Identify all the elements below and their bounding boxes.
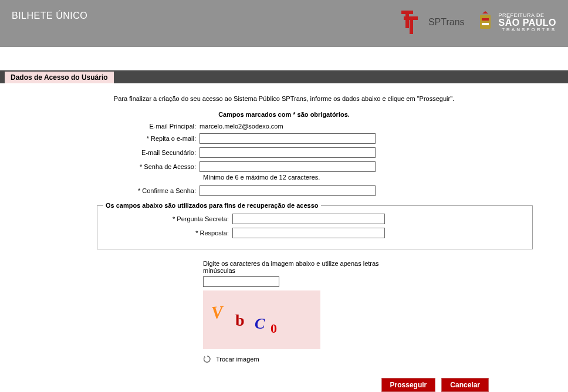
recovery-legend: Os campos abaixo são utilizados para fin… [103,202,321,209]
required-note: Campos marcados com * são obrigatórios. [0,111,568,118]
svg-rect-5 [482,18,489,21]
button-row: Prosseguir Cancelar [0,378,568,392]
senha-hint: Mínimo de 6 e máximo de 12 caracteres. [203,174,568,181]
resposta-label: * Resposta: [103,229,232,236]
captcha-instruction: Digite os caracteres da imagem abaixo e … [203,260,379,274]
prosseguir-button[interactable]: Prosseguir [381,378,436,392]
main-content: Para finalizar a criação do seu acesso a… [0,83,568,392]
senha-label: * Senha de Acesso: [0,163,200,170]
confirme-senha-input[interactable] [200,185,376,196]
sptrans-text: SPTrans [428,17,465,28]
captcha-image: V b C 0 [203,290,320,349]
header-bar: BILHETE ÚNICO SPTrans PREFEITURA DE SÃO … [0,0,568,47]
refresh-icon [203,355,211,363]
svg-rect-3 [410,16,413,34]
cancelar-button[interactable]: Cancelar [441,378,489,392]
captcha-char-1: b [235,311,245,329]
captcha-char-0: V [211,302,226,322]
recovery-fieldset: Os campos abaixo são utilizados para fin… [97,202,533,249]
app-title: BILHETE ÚNICO [12,11,87,21]
header-logos: SPTrans PREFEITURA DE SÃO PAULO TRANSPOR… [401,11,556,34]
pergunta-secreta-label: * Pergunta Secreta: [103,215,232,222]
email-secundario-label: E-mail Secundário: [0,149,200,156]
resposta-input[interactable] [232,228,385,238]
captcha-char-3: 0 [271,321,277,336]
prefeitura-line2: SÃO PAULO [499,18,556,28]
section-label: Dados de Acesso do Usuário [5,72,114,83]
svg-rect-4 [480,15,491,29]
prefeitura-logo: PREFEITURA DE SÃO PAULO TRANSPORTES [476,11,556,33]
email-principal-value: marcelo.melo2@sodexo.com [200,123,283,130]
captcha-refresh[interactable]: Trocar imagem [203,355,379,363]
captcha-refresh-label: Trocar imagem [216,356,259,363]
prefeitura-line3: TRANSPORTES [499,28,556,32]
confirme-senha-label: * Confirme a Senha: [0,187,200,194]
email-principal-label: E-mail Principal: [0,123,200,130]
captcha-input[interactable] [203,276,279,287]
repita-email-label: * Repita o e-mail: [0,135,200,142]
email-secundario-input[interactable] [200,147,376,158]
svg-rect-6 [482,23,489,25]
captcha-block: Digite os caracteres da imagem abaixo e … [203,260,379,363]
pergunta-secreta-input[interactable] [232,214,385,224]
intro-text: Para finalizar a criação do seu acesso a… [0,95,568,102]
sptrans-logo: SPTrans [401,11,465,34]
senha-input[interactable] [200,161,376,172]
section-bar: Dados de Acesso do Usuário [0,70,568,83]
captcha-char-2: C [255,315,265,332]
repita-email-input[interactable] [200,133,376,144]
